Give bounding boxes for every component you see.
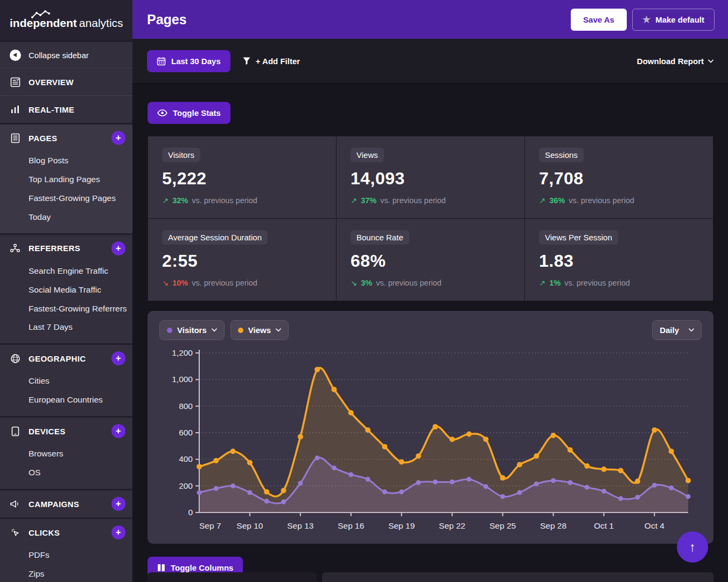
sidebar: independentanalytics Collapse sidebar OV… [0,0,132,582]
save-as-button[interactable]: Save As [571,9,627,31]
sidebar-item-pages[interactable]: PAGES + [0,124,132,151]
svg-text:1,000: 1,000 [172,375,193,384]
download-report-button[interactable]: Download Report [637,57,713,66]
overview-icon [9,75,22,88]
sidebar-item-devices[interactable]: DEVICES + [0,418,132,445]
sidebar-item-overview[interactable]: OVERVIEW [0,68,132,95]
stat-change-pct: 32% [172,196,188,205]
sidebar-item-last-7-days[interactable]: Last 7 Days [0,318,132,337]
stat-change-note: vs. previous period [376,279,442,287]
sidebar-item-clicks[interactable]: CLICKS + [0,519,132,546]
columns-icon [157,564,165,572]
add-geographic-report-button[interactable]: + [111,351,125,365]
page-header: Pages Save As ★ Make default [132,0,728,39]
sidebar-item-browsers[interactable]: Browsers [0,445,132,463]
svg-text:Sep 16: Sep 16 [338,521,364,530]
sidebar-item-referrers[interactable]: REFERRERS + [0,235,132,262]
devices-icon [9,425,22,438]
brand-light: analytics [79,17,123,29]
stat-label: Average Session Duration [162,230,268,245]
add-pages-report-button[interactable]: + [111,131,125,145]
svg-text:Sep 7: Sep 7 [199,521,221,530]
collapse-icon [9,48,22,61]
stat-value: 7,708 [539,169,699,189]
campaigns-icon [9,497,22,510]
make-default-button[interactable]: ★ Make default [632,9,715,31]
trend-down-icon: ↘ [162,279,169,287]
sidebar-pages-label: PAGES [29,134,57,143]
chevron-down-icon [708,59,713,63]
chevron-down-icon [689,328,694,332]
logo-chart-icon [31,10,53,19]
sidebar-item-pdfs[interactable]: PDFs [0,546,132,565]
visitors-series-dropdown[interactable]: Visitors [159,320,225,340]
sidebar-item-os[interactable]: OS [0,463,132,482]
svg-text:800: 800 [179,401,193,411]
brand-wordmark: independentanalytics [10,17,123,30]
filter-bar: Last 30 Days + Add Filter Download Repor… [132,39,728,84]
geographic-icon [9,352,22,365]
sidebar-item-overview-label: OVERVIEW [29,78,74,87]
sidebar-item-fastest-growing-pages[interactable]: Fastest-Growing Pages [0,189,132,208]
views-dot-icon [238,328,243,333]
line-chart: 02004006008001,0001,200Sep 7Sep 10Sep 13… [159,344,701,538]
visitors-dot-icon [167,328,172,333]
download-report-label: Download Report [637,57,704,66]
svg-text:1,200: 1,200 [172,348,193,357]
svg-text:Sep 28: Sep 28 [540,521,566,530]
stat-change-note: vs. previous period [192,196,257,205]
date-range-button[interactable]: Last 30 Days [147,50,230,72]
svg-text:0: 0 [188,508,193,517]
sidebar-item-zips[interactable]: Zips [0,565,132,582]
stat-change-pct: 3% [361,279,372,287]
add-devices-report-button[interactable]: + [111,424,125,438]
add-filter-button[interactable]: + Add Filter [242,57,300,66]
real-time-icon [9,103,22,116]
sidebar-item-top-landing-pages[interactable]: Top Landing Pages [0,170,132,189]
sidebar-item-cities[interactable]: Cities [0,372,132,391]
sidebar-item-social-media-traffic[interactable]: Social Media Traffic [0,281,132,300]
sidebar-item-search-engine-traffic[interactable]: Search Engine Traffic [0,262,132,281]
add-referrers-report-button[interactable]: + [111,241,125,255]
stat-card-views-per-session: Views Per Session 1.83 ↗ 1% vs. previous… [525,219,713,301]
sidebar-item-european-countries[interactable]: European Countries [0,391,132,410]
collapse-sidebar-label: Collapse sidebar [29,51,89,60]
svg-text:Sep 25: Sep 25 [489,521,516,530]
sidebar-item-campaigns[interactable]: CAMPAIGNS + [0,490,132,517]
collapse-sidebar-button[interactable]: Collapse sidebar [0,40,132,68]
stat-change: ↘ 3% vs. previous period [351,279,510,287]
views-series-dropdown[interactable]: Views [230,320,289,340]
date-range-label: Last 30 Days [171,57,221,66]
stat-card-views: Views 14,093 ↗ 37% vs. previous period [337,136,524,218]
sidebar-item-today[interactable]: Today [0,208,132,227]
sidebar-item-fastest-growing-referrers[interactable]: Fastest-Growing Referrers [0,300,132,318]
stat-change-note: vs. previous period [564,279,630,287]
sidebar-devices-label: DEVICES [29,427,66,436]
stat-card-avg-session-duration: Average Session Duration 2:55 ↘ 10% vs. … [148,219,336,301]
svg-text:Sep 19: Sep 19 [388,521,415,530]
sidebar-section-pages: PAGES + Blog Posts Top Landing Pages Fas… [0,123,132,233]
sidebar-item-geographic[interactable]: GEOGRAPHIC + [0,345,132,372]
sidebar-section-geographic: GEOGRAPHIC + Cities European Countries [0,343,132,416]
toggle-stats-button[interactable]: Toggle Stats [148,102,230,124]
toggle-columns-label: Toggle Columns [171,563,233,572]
views-series-label: Views [248,325,271,335]
stat-change-pct: 37% [361,196,376,205]
scroll-to-top-button[interactable]: ↑ [677,531,708,563]
add-clicks-report-button[interactable]: + [111,525,125,539]
sidebar-item-blog-posts[interactable]: Blog Posts [0,151,132,170]
main-area: Pages Save As ★ Make default Last 30 Day… [132,0,728,582]
sidebar-item-real-time[interactable]: REAL-TIME [0,95,132,123]
stat-change: ↗ 36% vs. previous period [539,196,699,205]
stat-change: ↗ 37% vs. previous period [351,196,510,205]
stat-card-bounce-rate: Bounce Rate 68% ↘ 3% vs. previous period [337,219,524,301]
add-campaigns-report-button[interactable]: + [111,497,125,511]
stat-change-pct: 10% [172,279,188,287]
stat-change-note: vs. previous period [380,196,446,205]
sidebar-campaigns-label: CAMPAIGNS [29,500,79,509]
interval-dropdown[interactable]: Daily [652,320,702,340]
stat-label: Bounce Rate [351,230,409,245]
chart-toolbar: Visitors Views Daily [159,320,702,340]
star-icon: ★ [642,15,650,24]
trend-up-icon: ↗ [351,196,357,205]
